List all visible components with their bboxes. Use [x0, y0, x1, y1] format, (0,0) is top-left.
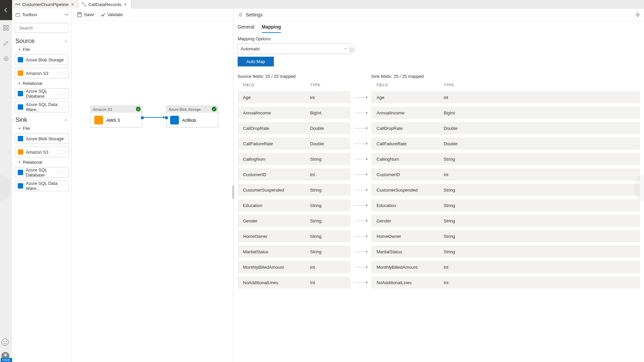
connector[interactable] [144, 117, 165, 118]
node-source-amazon-s3[interactable]: Amazon S3 AWS 3 [91, 106, 142, 127]
validate-button[interactable]: Validate [101, 12, 123, 17]
feedback-icon[interactable] [1, 339, 9, 346]
close-icon[interactable]: × [70, 2, 75, 7]
source-azure-sql-dw[interactable]: Azure SQL Data Ware... ⋮⋮⋮ [15, 102, 69, 112]
sink-type: String [438, 184, 640, 196]
source-type: Int [305, 261, 350, 273]
chevron-up-icon [64, 39, 68, 43]
group-relational-sink[interactable]: Relational [12, 159, 71, 166]
node-sink-azure-blob[interactable]: Azure Blob Storage AzBlob [166, 106, 218, 127]
info-icon[interactable] [350, 48, 354, 52]
mapping-row[interactable]: MaritalStatusStringMaritalStatusString [238, 245, 640, 259]
tab-customer-churn-pipeline[interactable]: CustomerChurnPipeline × [12, 0, 78, 9]
source-type: String [305, 184, 350, 196]
canvas-panel: Save Validate Amazon S3 [72, 9, 234, 362]
source-type: String [305, 246, 350, 258]
mapping-row[interactable]: CallingNumStringCallingNumString [238, 152, 640, 166]
group-file-sink[interactable]: File [12, 125, 71, 132]
mapping-row[interactable]: EducationStringEducationString [238, 198, 640, 212]
tab-label: CallDataRecords [88, 2, 121, 7]
svg-point-6 [2, 339, 8, 346]
tab-mapping[interactable]: Mapping [262, 24, 281, 33]
source-type: String [305, 153, 350, 165]
grip-icon: ⋮⋮⋮ [57, 184, 67, 188]
mapping-row[interactable]: AnnualIncomeBigIntAnnualIncomeBigInt [238, 106, 640, 120]
svg-point-5 [5, 58, 7, 59]
input-port[interactable] [165, 116, 168, 119]
status-ok-icon [212, 107, 216, 111]
source-field: CallDropRate [238, 122, 305, 134]
source-type: Double [305, 122, 350, 134]
mapping-row[interactable]: MonthlyBilledAmountIntMonthlyBilledAmoun… [238, 260, 640, 274]
mapping-arrow [350, 282, 371, 283]
mapping-arrow [350, 267, 371, 267]
mapping-row[interactable]: GenderStringGenderString [238, 214, 640, 228]
source-field: Education [238, 199, 305, 211]
canvas-surface[interactable]: Amazon S3 AWS 3 [72, 21, 233, 362]
sink-fields-summary: Sink fields: 25 / 25 mapped [371, 74, 424, 79]
caret-down-icon [18, 161, 21, 164]
tab-call-data-records[interactable]: CallDataRecords × [78, 0, 131, 9]
save-button[interactable]: Save [77, 12, 94, 17]
mapping-row[interactable]: CallDropRateDoubleCallDropRateDouble [238, 121, 640, 135]
section-source-header[interactable]: Source [12, 35, 71, 46]
auto-map-button[interactable]: Auto Map [238, 57, 274, 66]
check-icon [101, 12, 105, 17]
search-input-wrap[interactable] [15, 23, 69, 33]
section-sink-header[interactable]: Sink [12, 114, 71, 125]
s3-icon [18, 149, 23, 155]
grip-icon: ⋮⋮⋮ [57, 57, 67, 62]
edit-icon[interactable] [0, 36, 12, 51]
hide-badge[interactable]: HIDE [1, 358, 12, 362]
mapping-arrow [350, 159, 371, 159]
panel-resize-handle[interactable] [232, 186, 234, 199]
pipeline-icon [15, 2, 20, 7]
chevron-down-icon [344, 47, 347, 50]
mapping-table[interactable]: AgeintAgeintAnnualIncomeBigIntAnnualInco… [234, 90, 644, 362]
back-button[interactable] [0, 0, 12, 20]
blob-icon [18, 136, 23, 141]
sql-icon [18, 91, 23, 96]
source-amazon-s3[interactable]: Amazon S3 ⋮⋮⋮ [15, 68, 69, 79]
toolbox-header: Toolbox [12, 9, 71, 21]
gear-icon [238, 12, 243, 17]
close-icon[interactable]: × [123, 2, 127, 7]
group-file[interactable]: File [12, 46, 71, 53]
mapping-mode-dropdown[interactable]: Automatic [238, 43, 350, 54]
target-icon[interactable] [0, 51, 12, 66]
grip-icon: ⋮⋮⋮ [57, 136, 67, 141]
grid-icon[interactable] [0, 20, 12, 36]
chevron-up-icon [64, 118, 68, 122]
source-azure-sql-database[interactable]: Azure SQL Database ⋮⋮⋮ [15, 88, 69, 99]
svg-point-10 [4, 354, 7, 356]
source-type: Double [305, 138, 350, 150]
sink-azure-sql-database[interactable]: Azure SQL Database ⋮⋮⋮ [15, 167, 69, 178]
sink-azure-sql-dw[interactable]: Azure SQL Data Ware... ⋮⋮⋮ [15, 180, 69, 191]
mapping-row[interactable]: CallFailureRateDoubleCallFailureRateDoub… [238, 137, 640, 151]
mapping-arrow [350, 190, 371, 190]
save-icon [77, 12, 82, 17]
sink-field: CallFailureRate [371, 138, 438, 150]
sink-field: MaritalStatus [371, 246, 438, 258]
unpin-icon[interactable] [64, 13, 68, 17]
sink-amazon-s3[interactable]: Amazon S3 ⋮⋮⋮ [15, 147, 69, 157]
sink-type: String [438, 199, 640, 211]
sink-type: Int [438, 168, 640, 180]
mapping-row[interactable]: AgeintAgeint [238, 90, 640, 104]
sink-azure-blob-storage[interactable]: Azure Blob Storage ⋮⋮⋮ [15, 133, 69, 144]
mapping-options-label: Mapping Options [238, 36, 270, 41]
svg-rect-21 [79, 13, 81, 14]
mapping-row[interactable]: HomeOwnerStringHomeOwnerString [238, 229, 640, 243]
output-port[interactable] [141, 116, 144, 119]
search-input[interactable] [19, 25, 76, 31]
mapping-row[interactable]: CustomerIDIntCustomerIDInt [238, 167, 640, 182]
mapping-row[interactable]: NoAdditionalLinesIntNoAdditionalLinesInt [238, 275, 640, 290]
pin-icon[interactable] [635, 12, 640, 17]
mapping-row[interactable]: CustomerSuspendedStringCustomerSuspended… [238, 183, 640, 197]
source-type: int [305, 91, 350, 103]
source-azure-blob-storage[interactable]: Azure Blob Storage ⋮⋮⋮ [15, 54, 69, 65]
sink-field: MonthlyBilledAmount [371, 261, 438, 273]
svg-rect-1 [7, 25, 8, 27]
group-relational[interactable]: Relational [12, 80, 71, 87]
tab-general[interactable]: General [238, 24, 254, 33]
